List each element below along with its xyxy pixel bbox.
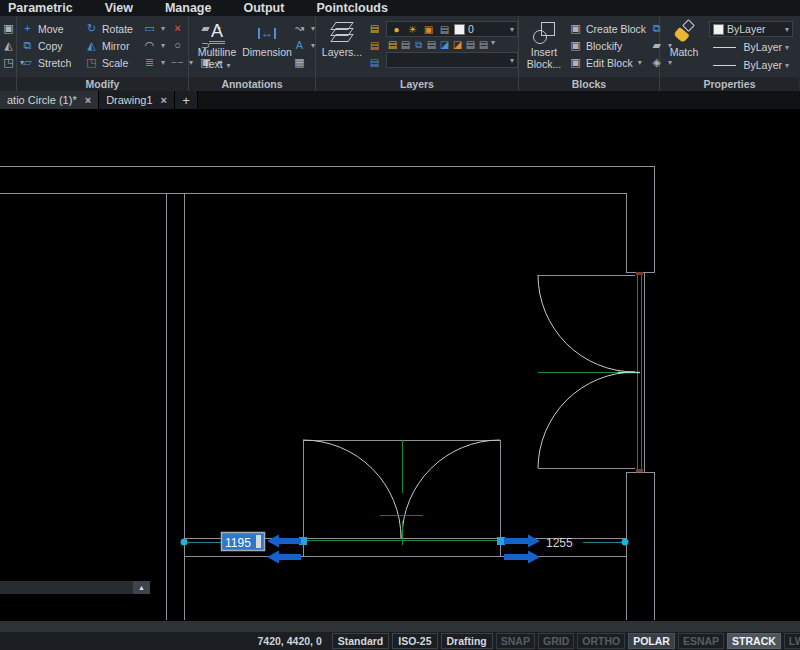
leader-icon: ↝: [293, 22, 306, 35]
dimstyle-field[interactable]: ISO-25: [392, 633, 437, 649]
toggle-snap[interactable]: SNAP: [496, 633, 535, 649]
blockify-button[interactable]: ▣Blockify: [569, 38, 646, 53]
walls[interactable]: [0, 166, 655, 620]
edit-block-button[interactable]: ▣Edit Block▾: [569, 55, 646, 70]
array-button[interactable]: ≣▾: [143, 55, 165, 70]
layer-print-icon: ▤: [438, 23, 451, 36]
trim-icon: ▭: [143, 22, 156, 35]
panel-label-modify: Modify: [17, 77, 188, 91]
match-properties-button[interactable]: Match: [664, 19, 704, 59]
layer-on-icon: ●: [390, 23, 403, 36]
command-line-strip[interactable]: [0, 621, 800, 632]
grip-dot-right[interactable]: [622, 539, 629, 546]
text-cursor: [256, 535, 261, 548]
stretch-arrow-left-2[interactable]: [267, 551, 301, 564]
layer-tool-unisolate[interactable]: ▤: [399, 38, 412, 51]
toggle-ortho[interactable]: ORTHO: [577, 633, 625, 649]
toggle-lwt[interactable]: LWT: [784, 633, 800, 649]
menu-view[interactable]: View: [105, 1, 133, 15]
fillet-icon: ◠: [143, 39, 156, 52]
expand-panel-button[interactable]: ▲: [133, 581, 150, 594]
close-tab-icon[interactable]: ×: [161, 94, 167, 106]
door-swing-arcs[interactable]: [303, 275, 635, 538]
chevron-down-icon: ▾: [785, 43, 789, 52]
chevron-down-icon: ▾: [785, 25, 789, 34]
table-icon: ▦: [293, 56, 306, 69]
toggle-esnap[interactable]: ESNAP: [678, 633, 724, 649]
panel-properties: Match ByLayer ▾ ByLayer ▾ ByLayer ▾: [660, 16, 799, 91]
copy-button[interactable]: ⧉Copy: [21, 38, 79, 53]
dimension-button[interactable]: ↔ Dimension: [243, 19, 291, 59]
table-button[interactable]: ▦: [293, 55, 315, 70]
multiline-text-button[interactable]: A Multiline Text ▾: [193, 19, 241, 73]
toggle-strack[interactable]: STRACK: [727, 633, 781, 649]
stretch-arrow-right-1[interactable]: [504, 535, 540, 548]
layer-tools-row: ▤ ▤ ⧉ ▤ ◪ ◪ ▤ ▤ ▾: [386, 38, 518, 51]
chevron-down-icon: ▾: [785, 61, 789, 70]
menu-output[interactable]: Output: [243, 1, 284, 15]
workspace-field[interactable]: Drafting: [441, 633, 493, 649]
stretch-arrow-left-1[interactable]: [267, 535, 301, 548]
standard-field[interactable]: Standard: [332, 633, 390, 649]
right-door-top-arc[interactable]: [538, 275, 635, 372]
collapsed-command-bar: ▲: [0, 581, 150, 594]
layers-explorer-button[interactable]: Layers...: [320, 19, 364, 59]
layer-tool-match[interactable]: ◪: [451, 38, 464, 51]
layer-state-dropdown[interactable]: ▾: [386, 52, 518, 68]
lineweight-preview: [713, 47, 736, 48]
layer-tool-off[interactable]: ▤: [425, 38, 438, 51]
layer-lock-button[interactable]: ▤: [368, 55, 382, 70]
layer-tool-prev[interactable]: ▤: [464, 38, 477, 51]
array-icon: ≣: [143, 56, 156, 69]
stretch-arrow-right-2[interactable]: [504, 551, 540, 564]
create-block-button[interactable]: ▣Create Block: [569, 21, 646, 36]
toggle-grid[interactable]: GRID: [538, 633, 574, 649]
move-button[interactable]: +Move: [21, 21, 79, 36]
right-door-bottom-arc[interactable]: [538, 372, 635, 468]
mirror-button[interactable]: ◭Mirror: [85, 38, 137, 53]
layer-tool-make-current[interactable]: ◪: [438, 38, 451, 51]
stretch-button[interactable]: ▱Stretch: [21, 55, 79, 70]
trim-button[interactable]: ▭▾: [143, 21, 165, 36]
erase-icon: ×: [171, 22, 184, 35]
insert-block-button[interactable]: Insert Block...: [523, 19, 565, 71]
grip-square-right-jamb[interactable]: [497, 537, 505, 545]
door-panels-green[interactable]: [305, 272, 642, 545]
create-block-icon: ▣: [569, 22, 582, 35]
tab-drawing1[interactable]: Drawing1 ×: [99, 91, 175, 109]
menu-manage[interactable]: Manage: [165, 1, 212, 15]
layer-add-button[interactable]: ▤: [368, 38, 382, 53]
linetype-dropdown[interactable]: ByLayer ▾: [709, 57, 793, 73]
layer-tool-merge[interactable]: ▤: [477, 38, 490, 51]
dim-value-left[interactable]: 1195: [225, 536, 251, 550]
new-tab-button[interactable]: +: [175, 91, 198, 109]
grip-dot-left[interactable]: [181, 539, 188, 546]
layer-tool-freeze[interactable]: ⧉: [412, 38, 425, 51]
close-tab-icon[interactable]: ×: [85, 94, 91, 106]
rotate-button[interactable]: ↻Rotate: [85, 21, 137, 36]
layer-tool-isolate[interactable]: ▤: [386, 38, 399, 51]
color-swatch: [713, 24, 724, 35]
drawing-canvas[interactable]: 1195 1255 ▲: [0, 109, 800, 621]
menu-parametric[interactable]: Parametric: [8, 1, 73, 15]
bottom-door-right-arc[interactable]: [402, 440, 500, 538]
menu-pointclouds[interactable]: Pointclouds: [316, 1, 388, 15]
fillet-button[interactable]: ◠▾: [143, 38, 165, 53]
circle-icon: ○: [171, 39, 184, 52]
lineweight-dropdown[interactable]: ByLayer ▾: [709, 39, 793, 55]
layer-state-button[interactable]: ▤: [368, 21, 382, 36]
scale-button[interactable]: ◳Scale: [85, 55, 137, 70]
color-dropdown[interactable]: ByLayer ▾: [709, 21, 793, 37]
move-icon: +: [21, 22, 34, 35]
text-style-button[interactable]: A▾: [293, 38, 315, 53]
layer-select-dropdown[interactable]: ● ☀ ▣ ▤ 0 ▾: [386, 21, 518, 37]
paintbrush-icon: [673, 21, 695, 45]
tab-patio-circle[interactable]: atio Circle (1)* ×: [0, 91, 99, 109]
panel-label-layers: Layers: [316, 77, 518, 91]
leader-button[interactable]: ↝▾: [293, 21, 315, 36]
chevron-down-icon: ▾: [510, 25, 514, 34]
bottom-door-left-arc[interactable]: [303, 440, 401, 538]
copy-icon: ⧉: [21, 39, 34, 52]
toggle-polar[interactable]: POLAR: [628, 633, 675, 649]
layer-tools-dropdown[interactable]: ▾: [491, 38, 495, 51]
